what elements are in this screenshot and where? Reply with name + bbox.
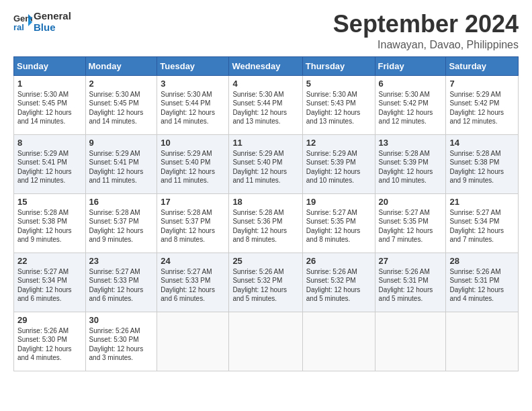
day-number: 9 bbox=[89, 138, 154, 148]
day-number: 6 bbox=[379, 79, 443, 89]
table-row: 12Sunrise: 5:29 AM Sunset: 5:39 PM Dayli… bbox=[302, 134, 375, 193]
table-row: 2Sunrise: 5:30 AM Sunset: 5:45 PM Daylig… bbox=[85, 75, 157, 134]
day-info: Sunrise: 5:30 AM Sunset: 5:45 PM Dayligh… bbox=[89, 90, 154, 126]
day-number: 7 bbox=[449, 79, 515, 89]
day-number: 21 bbox=[449, 197, 515, 207]
day-info: Sunrise: 5:30 AM Sunset: 5:44 PM Dayligh… bbox=[161, 90, 225, 126]
table-row: 1Sunrise: 5:30 AM Sunset: 5:45 PM Daylig… bbox=[14, 75, 86, 134]
day-info: Sunrise: 5:26 AM Sunset: 5:30 PM Dayligh… bbox=[89, 326, 154, 363]
week-row-3: 15Sunrise: 5:28 AM Sunset: 5:38 PM Dayli… bbox=[14, 193, 519, 253]
day-number: 27 bbox=[379, 256, 443, 266]
day-info: Sunrise: 5:27 AM Sunset: 5:35 PM Dayligh… bbox=[379, 208, 443, 244]
week-row-1: 1Sunrise: 5:30 AM Sunset: 5:45 PM Daylig… bbox=[14, 75, 519, 134]
day-number: 29 bbox=[17, 315, 82, 325]
day-number: 28 bbox=[449, 256, 515, 266]
table-row: 4Sunrise: 5:30 AM Sunset: 5:44 PM Daylig… bbox=[229, 75, 302, 134]
day-info: Sunrise: 5:26 AM Sunset: 5:31 PM Dayligh… bbox=[379, 267, 443, 304]
table-row: 11Sunrise: 5:29 AM Sunset: 5:40 PM Dayli… bbox=[229, 134, 302, 193]
table-row: 9Sunrise: 5:29 AM Sunset: 5:41 PM Daylig… bbox=[85, 134, 157, 193]
day-number: 16 bbox=[89, 197, 154, 207]
day-info: Sunrise: 5:26 AM Sunset: 5:31 PM Dayligh… bbox=[449, 267, 515, 304]
table-row: 14Sunrise: 5:28 AM Sunset: 5:38 PM Dayli… bbox=[446, 134, 519, 193]
table-row: 25Sunrise: 5:26 AM Sunset: 5:32 PM Dayli… bbox=[229, 253, 302, 312]
day-number: 15 bbox=[17, 197, 82, 207]
day-info: Sunrise: 5:29 AM Sunset: 5:40 PM Dayligh… bbox=[161, 149, 225, 185]
day-info: Sunrise: 5:26 AM Sunset: 5:30 PM Dayligh… bbox=[17, 326, 82, 363]
col-monday: Monday bbox=[85, 56, 157, 75]
table-row bbox=[375, 312, 446, 371]
table-row: 6Sunrise: 5:30 AM Sunset: 5:42 PM Daylig… bbox=[375, 75, 446, 134]
day-number: 8 bbox=[17, 138, 82, 148]
day-number: 25 bbox=[232, 256, 298, 266]
day-info: Sunrise: 5:27 AM Sunset: 5:35 PM Dayligh… bbox=[306, 208, 371, 244]
day-info: Sunrise: 5:28 AM Sunset: 5:38 PM Dayligh… bbox=[17, 208, 82, 244]
day-number: 4 bbox=[232, 79, 298, 89]
day-info: Sunrise: 5:29 AM Sunset: 5:39 PM Dayligh… bbox=[306, 149, 371, 185]
table-row: 29Sunrise: 5:26 AM Sunset: 5:30 PM Dayli… bbox=[14, 312, 86, 371]
day-info: Sunrise: 5:30 AM Sunset: 5:43 PM Dayligh… bbox=[306, 90, 371, 126]
day-number: 24 bbox=[161, 256, 225, 266]
location: Inawayan, Davao, Philippines bbox=[13, 39, 519, 51]
day-info: Sunrise: 5:27 AM Sunset: 5:34 PM Dayligh… bbox=[449, 208, 515, 244]
day-info: Sunrise: 5:28 AM Sunset: 5:38 PM Dayligh… bbox=[449, 149, 515, 185]
day-info: Sunrise: 5:28 AM Sunset: 5:36 PM Dayligh… bbox=[232, 208, 298, 244]
day-info: Sunrise: 5:30 AM Sunset: 5:42 PM Dayligh… bbox=[379, 90, 443, 126]
day-info: Sunrise: 5:27 AM Sunset: 5:33 PM Dayligh… bbox=[161, 267, 225, 304]
col-thursday: Thursday bbox=[302, 56, 375, 75]
day-info: Sunrise: 5:30 AM Sunset: 5:44 PM Dayligh… bbox=[232, 90, 298, 126]
day-info: Sunrise: 5:27 AM Sunset: 5:34 PM Dayligh… bbox=[17, 267, 82, 304]
week-row-4: 22Sunrise: 5:27 AM Sunset: 5:34 PM Dayli… bbox=[14, 253, 519, 312]
day-number: 13 bbox=[379, 138, 443, 148]
table-row: 26Sunrise: 5:26 AM Sunset: 5:32 PM Dayli… bbox=[302, 253, 375, 312]
col-tuesday: Tuesday bbox=[157, 56, 229, 75]
logo-line1: General bbox=[34, 11, 71, 22]
day-number: 18 bbox=[232, 197, 298, 207]
day-info: Sunrise: 5:30 AM Sunset: 5:45 PM Dayligh… bbox=[17, 90, 82, 126]
day-info: Sunrise: 5:29 AM Sunset: 5:41 PM Dayligh… bbox=[17, 149, 82, 185]
day-info: Sunrise: 5:26 AM Sunset: 5:32 PM Dayligh… bbox=[232, 267, 298, 304]
table-row: 8Sunrise: 5:29 AM Sunset: 5:41 PM Daylig… bbox=[14, 134, 86, 193]
logo-icon: Gene ral bbox=[13, 13, 32, 32]
day-info: Sunrise: 5:27 AM Sunset: 5:33 PM Dayligh… bbox=[89, 267, 154, 304]
table-row: 15Sunrise: 5:28 AM Sunset: 5:38 PM Dayli… bbox=[14, 193, 86, 253]
day-number: 2 bbox=[89, 79, 154, 89]
week-row-5: 29Sunrise: 5:26 AM Sunset: 5:30 PM Dayli… bbox=[14, 312, 519, 371]
day-number: 23 bbox=[89, 256, 154, 266]
day-number: 12 bbox=[306, 138, 371, 148]
day-number: 30 bbox=[89, 315, 154, 325]
table-row: 23Sunrise: 5:27 AM Sunset: 5:33 PM Dayli… bbox=[85, 253, 157, 312]
day-info: Sunrise: 5:28 AM Sunset: 5:37 PM Dayligh… bbox=[89, 208, 154, 244]
calendar-page: Gene ral General Blue September 2024 Ina… bbox=[0, 0, 532, 411]
table-row: 3Sunrise: 5:30 AM Sunset: 5:44 PM Daylig… bbox=[157, 75, 229, 134]
day-number: 5 bbox=[306, 79, 371, 89]
calendar-header-row: Sunday Monday Tuesday Wednesday Thursday… bbox=[14, 56, 519, 75]
svg-text:ral: ral bbox=[13, 22, 24, 32]
table-row bbox=[157, 312, 229, 371]
day-info: Sunrise: 5:28 AM Sunset: 5:39 PM Dayligh… bbox=[379, 149, 443, 185]
col-saturday: Saturday bbox=[446, 56, 519, 75]
month-title: September 2024 bbox=[13, 11, 519, 38]
table-row: 22Sunrise: 5:27 AM Sunset: 5:34 PM Dayli… bbox=[14, 253, 86, 312]
day-number: 19 bbox=[306, 197, 371, 207]
table-row: 20Sunrise: 5:27 AM Sunset: 5:35 PM Dayli… bbox=[375, 193, 446, 253]
day-info: Sunrise: 5:26 AM Sunset: 5:32 PM Dayligh… bbox=[306, 267, 371, 304]
day-info: Sunrise: 5:29 AM Sunset: 5:40 PM Dayligh… bbox=[232, 149, 298, 185]
day-number: 17 bbox=[161, 197, 225, 207]
table-row: 13Sunrise: 5:28 AM Sunset: 5:39 PM Dayli… bbox=[375, 134, 446, 193]
day-number: 10 bbox=[161, 138, 225, 148]
day-number: 20 bbox=[379, 197, 443, 207]
week-row-2: 8Sunrise: 5:29 AM Sunset: 5:41 PM Daylig… bbox=[14, 134, 519, 193]
table-row: 17Sunrise: 5:28 AM Sunset: 5:37 PM Dayli… bbox=[157, 193, 229, 253]
table-row: 16Sunrise: 5:28 AM Sunset: 5:37 PM Dayli… bbox=[85, 193, 157, 253]
day-info: Sunrise: 5:29 AM Sunset: 5:41 PM Dayligh… bbox=[89, 149, 154, 185]
table-row bbox=[446, 312, 519, 371]
table-row: 24Sunrise: 5:27 AM Sunset: 5:33 PM Dayli… bbox=[157, 253, 229, 312]
table-row bbox=[302, 312, 375, 371]
day-number: 3 bbox=[161, 79, 225, 89]
table-row: 27Sunrise: 5:26 AM Sunset: 5:31 PM Dayli… bbox=[375, 253, 446, 312]
table-row: 21Sunrise: 5:27 AM Sunset: 5:34 PM Dayli… bbox=[446, 193, 519, 253]
table-row: 28Sunrise: 5:26 AM Sunset: 5:31 PM Dayli… bbox=[446, 253, 519, 312]
table-row: 5Sunrise: 5:30 AM Sunset: 5:43 PM Daylig… bbox=[302, 75, 375, 134]
col-wednesday: Wednesday bbox=[229, 56, 302, 75]
day-number: 1 bbox=[17, 79, 82, 89]
